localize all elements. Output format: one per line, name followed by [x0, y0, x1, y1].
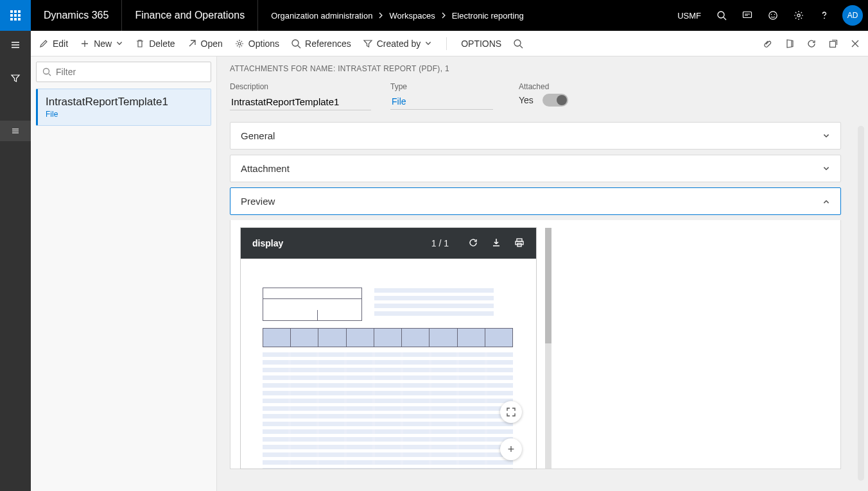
chevron-down-icon — [116, 40, 123, 47]
search-icon[interactable] — [709, 0, 734, 31]
svg-point-3 — [771, 14, 772, 15]
svg-point-8 — [292, 40, 299, 46]
new-label: New — [94, 39, 112, 49]
breadcrumb-item[interactable]: Workspaces — [389, 11, 435, 21]
pdf-fit-button[interactable] — [500, 401, 522, 423]
svg-point-2 — [769, 12, 777, 19]
header-right: USMF AD — [670, 0, 868, 31]
page-search-button[interactable] — [513, 39, 523, 49]
pdf-page-indicator: 1 / 1 — [431, 238, 449, 248]
feedback-icon[interactable] — [760, 0, 786, 31]
module-label[interactable]: Finance and Operations — [122, 0, 258, 31]
hamburger-menu-icon[interactable] — [0, 31, 31, 59]
svg-point-4 — [774, 14, 776, 15]
report-header-box — [263, 288, 362, 321]
open-button[interactable]: Open — [187, 39, 223, 49]
description-label: Description — [230, 82, 371, 91]
fields-row: Description Type File Attached Yes — [230, 82, 855, 110]
svg-point-0 — [718, 12, 724, 18]
attached-value: Yes — [519, 95, 534, 105]
brand-label[interactable]: Dynamics 365 — [31, 0, 122, 31]
pdf-print-icon[interactable] — [514, 237, 525, 250]
svg-point-6 — [824, 17, 825, 19]
settings-gear-icon[interactable] — [786, 0, 812, 31]
search-icon — [42, 67, 52, 77]
general-label: General — [241, 130, 275, 141]
attach-icon[interactable] — [763, 39, 773, 49]
pdf-page — [241, 259, 536, 469]
content: IntrastatReportTemplate1 File ATTACHMENT… — [31, 56, 868, 491]
messages-icon[interactable] — [734, 0, 760, 31]
pdf-toolbar: display 1 / 1 — [241, 228, 536, 259]
pdf-zoom-in-button[interactable]: + — [500, 438, 522, 460]
left-nav-rail — [0, 31, 31, 491]
options-tab-label: OPTIONS — [461, 39, 501, 49]
chevron-down-icon — [424, 40, 432, 47]
filter-box[interactable] — [36, 62, 211, 82]
office-icon[interactable] — [785, 39, 795, 49]
help-icon[interactable] — [812, 0, 837, 31]
popout-icon[interactable] — [828, 39, 838, 49]
report-meta-block — [374, 288, 494, 320]
pdf-download-icon[interactable] — [491, 237, 501, 250]
chevron-down-icon — [822, 132, 830, 140]
chevron-up-icon — [822, 198, 830, 205]
references-label: References — [305, 39, 351, 49]
attachment-panel-header[interactable]: Attachment — [230, 155, 841, 182]
list-item-type: File — [46, 110, 203, 119]
separator — [446, 37, 447, 50]
breadcrumb: Organization administration Workspaces E… — [258, 11, 670, 21]
svg-point-5 — [797, 14, 800, 17]
attached-toggle[interactable] — [542, 94, 568, 107]
new-button[interactable]: New — [80, 39, 123, 49]
close-icon[interactable] — [850, 39, 860, 49]
preview-body: display 1 / 1 — [230, 220, 841, 469]
options-label: Options — [248, 39, 279, 49]
pdf-viewer: display 1 / 1 — [241, 228, 536, 469]
list-item[interactable]: IntrastatReportTemplate1 File — [36, 89, 211, 126]
list-item-name: IntrastatReportTemplate1 — [46, 96, 203, 108]
refresh-icon[interactable] — [806, 39, 817, 49]
chevron-right-icon — [378, 12, 384, 19]
report-body — [263, 352, 513, 469]
type-label: Type — [390, 82, 493, 91]
pdf-rotate-icon[interactable] — [468, 237, 478, 250]
detail-pane: ATTACHMENTS FOR NAME: INTRASTAT REPORT (… — [217, 56, 868, 491]
svg-point-7 — [238, 42, 241, 45]
company-picker[interactable]: USMF — [670, 11, 709, 21]
createdby-filter-button[interactable]: Created by — [363, 39, 432, 49]
description-input[interactable] — [230, 94, 371, 110]
filter-funnel-icon[interactable] — [0, 59, 31, 98]
section-heading: ATTACHMENTS FOR NAME: INTRASTAT REPORT (… — [230, 64, 855, 73]
delete-button[interactable]: Delete — [135, 39, 175, 49]
edit-button[interactable]: Edit — [39, 39, 68, 49]
references-button[interactable]: References — [291, 39, 351, 49]
general-panel-header[interactable]: General — [230, 122, 841, 150]
user-avatar[interactable]: AD — [842, 5, 863, 26]
filter-input[interactable] — [56, 67, 205, 77]
breadcrumb-item[interactable]: Electronic reporting — [452, 11, 524, 21]
delete-label: Delete — [149, 39, 175, 49]
breadcrumb-item[interactable]: Organization administration — [271, 11, 372, 21]
type-link[interactable]: File — [390, 94, 493, 110]
pdf-title: display — [252, 238, 283, 248]
edit-label: Edit — [53, 39, 68, 49]
options-button[interactable]: Options — [234, 39, 279, 49]
svg-rect-1 — [743, 12, 752, 18]
createdby-label: Created by — [377, 39, 421, 49]
svg-point-9 — [514, 40, 521, 46]
preview-label: Preview — [241, 196, 275, 207]
open-label: Open — [201, 39, 223, 49]
preview-panel-header[interactable]: Preview — [230, 187, 841, 215]
attached-label: Attached — [519, 82, 568, 91]
pdf-scrollbar[interactable] — [545, 228, 551, 469]
chevron-right-icon — [440, 12, 447, 19]
options-tab[interactable]: OPTIONS — [461, 39, 501, 49]
list-pane: IntrastatReportTemplate1 File — [31, 56, 217, 491]
scrollbar[interactable] — [858, 126, 864, 481]
app-launcher-button[interactable] — [0, 0, 31, 31]
action-bar: Edit New Delete Open Options References … — [31, 31, 868, 56]
waffle-icon — [10, 10, 21, 21]
top-header: Dynamics 365 Finance and Operations Orga… — [0, 0, 868, 31]
rail-related-icon[interactable] — [0, 121, 31, 141]
